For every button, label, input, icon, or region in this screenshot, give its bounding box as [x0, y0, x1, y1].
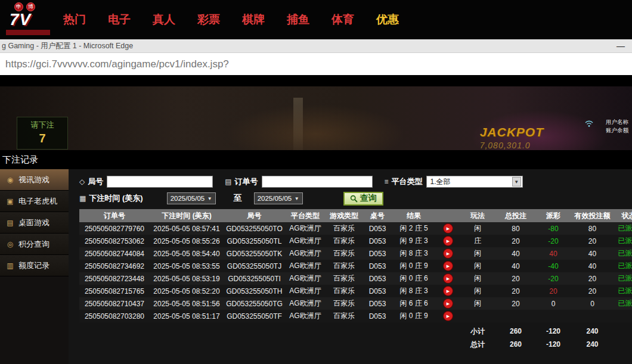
nav-item[interactable]: 优惠 — [376, 12, 399, 27]
wifi-icon — [584, 119, 594, 130]
top-navigation: 申 博 7V 热门电子真人彩票棋牌捕鱼体育优惠 — [0, 0, 632, 39]
browser-urlbar[interactable]: https://gci.7vvvvvv.com/agingame/pcv1/in… — [0, 53, 632, 75]
jackpot-label: JACKPOT — [480, 125, 544, 139]
play-video-button[interactable]: ▶ — [444, 237, 453, 245]
column-header: 订单号 — [79, 209, 150, 222]
video-cell: ▶ — [435, 235, 460, 247]
nav-item[interactable]: 热门 — [63, 12, 86, 27]
column-header — [435, 209, 460, 222]
status-badge: 已派彩 — [615, 285, 632, 297]
jackpot-value: 7,080,301.0 — [480, 141, 544, 150]
valid-bet-cell: 80 — [570, 222, 615, 235]
play-video-button[interactable]: ▶ — [444, 312, 453, 321]
minimize-button[interactable]: — — [609, 41, 632, 51]
play-video-button[interactable]: ▶ — [444, 224, 453, 233]
sidebar-item-label: 电子老虎机 — [18, 196, 57, 207]
play-video-button[interactable]: ▶ — [444, 287, 453, 295]
sidebar-item[interactable]: ▤桌面游戏 — [0, 212, 69, 234]
status-badge: 已派彩 — [615, 260, 632, 272]
table-row: 2505050827440842025-05-05 08:54:40GD0532… — [79, 247, 632, 260]
banner-light-streak — [293, 98, 303, 150]
jackpot-display: JACKPOT 7,080,301.0 — [480, 125, 544, 150]
platform-cell: AG欧洲厅 — [285, 222, 326, 235]
nav-item[interactable]: 捕鱼 — [287, 12, 309, 27]
platform-cell: AG欧洲厅 — [285, 260, 326, 272]
table-row: 2505050827797602025-05-05 08:57:41GD0532… — [79, 222, 632, 235]
result-cell: 闲 0 庄 9 — [392, 310, 435, 322]
round-label: ◇ 局号 — [79, 176, 103, 187]
video-cell: ▶ — [435, 272, 460, 285]
platform-label-text: 平台类型 — [392, 176, 423, 187]
play-type-cell: 闲 — [460, 222, 495, 235]
platform-cell: AG欧洲厅 — [285, 297, 326, 310]
banner-glow-warm — [227, 104, 405, 150]
sidebar-item[interactable]: ▥额度记录 — [0, 255, 69, 276]
video-cell: ▶ — [435, 310, 460, 322]
sidebar-item[interactable]: ▣电子老虎机 — [0, 191, 69, 212]
play-type-cell — [460, 310, 495, 322]
table-row: 2505050827104372025-05-05 08:51:56GD0532… — [79, 297, 632, 310]
total-bet-cell: 20 — [495, 235, 537, 247]
round-id-cell: GD053255050TL — [224, 235, 285, 247]
play-type-cell: 闲 — [460, 260, 495, 272]
table-row: 2505050827032802025-05-05 08:51:17GD0532… — [79, 310, 632, 322]
play-video-button[interactable]: ▶ — [444, 249, 453, 258]
totals-status-cell — [615, 325, 632, 338]
payout-cell: -20 — [537, 272, 570, 285]
payout-cell — [537, 310, 570, 322]
date-from-select[interactable]: 2025/05/05 ▼ — [167, 192, 216, 204]
video-camera-icon: ◉ — [6, 176, 14, 184]
order-id-cell: 250505082744084 — [79, 247, 150, 260]
platform-selected-value: 1.全部 — [430, 177, 451, 187]
payout-cell: -80 — [537, 222, 570, 235]
sidebar: ◉视讯游戏▣电子老虎机▤桌面游戏◎积分查询▥额度记录 — [0, 169, 69, 364]
screen: 申 博 7V 热门电子真人彩票棋牌捕鱼体育优惠 g Gaming - 用户配置 … — [0, 0, 632, 364]
date-to-select[interactable]: 2025/05/05 ▼ — [254, 192, 303, 204]
order-input[interactable] — [262, 176, 373, 188]
filter-row-2: ▦ 下注时间 (美东) 2025/05/05 ▼ 至 2025/05/05 ▼ — [79, 191, 632, 206]
sidebar-item-label: 额度记录 — [18, 260, 49, 271]
sidebar-item[interactable]: ◎积分查询 — [0, 234, 69, 255]
table-games-icon: ▤ — [6, 219, 14, 227]
valid-bet-cell: 20 — [570, 272, 615, 285]
play-video-button[interactable]: ▶ — [444, 274, 453, 283]
date-to-value: 2025/05/05 — [258, 195, 292, 202]
nav-item[interactable]: 体育 — [332, 12, 354, 27]
total-bet-cell: 20 — [495, 272, 537, 285]
bet-time-cell: 2025-05-05 08:55:26 — [150, 235, 224, 247]
search-button[interactable]: 查询 — [343, 192, 383, 206]
game-type-cell: 百家乐 — [326, 310, 363, 322]
play-icon: ▶ — [447, 226, 450, 231]
video-cell: ▶ — [435, 285, 460, 297]
column-header: 桌号 — [363, 209, 392, 222]
order-id-cell: 250505082703280 — [79, 310, 150, 322]
payout-cell: 0 — [537, 297, 570, 310]
bet-time-cell: 2025-05-05 08:53:19 — [150, 272, 224, 285]
sidebar-item[interactable]: ◉视讯游戏 — [0, 169, 69, 191]
nav-item[interactable]: 棋牌 — [242, 12, 265, 27]
platform-select[interactable]: 1.全部 ▼ — [426, 176, 523, 188]
bet-time-cell: 2025-05-05 08:51:17 — [150, 310, 224, 322]
round-input[interactable] — [107, 176, 213, 188]
round-id-cell: GD053255050TH — [224, 285, 285, 297]
bet-records-table: 订单号下注时间 (美东)局号平台类型游戏类型桌号结果玩法总投注派彩有效投注额状态… — [79, 209, 632, 351]
table-row: 2505050827346922025-05-05 08:53:55GD0532… — [79, 260, 632, 272]
nav-item[interactable]: 彩票 — [197, 12, 220, 27]
platform-cell: AG欧洲厅 — [285, 310, 326, 322]
table-id-cell: D053 — [363, 285, 392, 297]
status-badge: 已派彩 — [615, 272, 632, 285]
table-header-row: 订单号下注时间 (美东)局号平台类型游戏类型桌号结果玩法总投注派彩有效投注额状态 — [79, 209, 632, 222]
site-logo[interactable]: 申 博 7V — [0, 0, 57, 39]
bet-countdown: 7 — [17, 132, 67, 145]
round-label-text: 局号 — [88, 176, 103, 187]
result-cell: 闲 9 庄 3 — [392, 235, 435, 247]
nav-item[interactable]: 真人 — [153, 12, 175, 27]
result-cell: 闲 0 庄 6 — [392, 272, 435, 285]
status-badge: 已派彩 — [615, 297, 632, 310]
credit-record-icon: ▥ — [6, 262, 14, 270]
column-header: 结果 — [392, 209, 435, 222]
total-bet-cell: 40 — [495, 247, 537, 260]
nav-item[interactable]: 电子 — [108, 12, 131, 27]
play-video-button[interactable]: ▶ — [444, 299, 453, 308]
play-video-button[interactable]: ▶ — [444, 262, 453, 270]
